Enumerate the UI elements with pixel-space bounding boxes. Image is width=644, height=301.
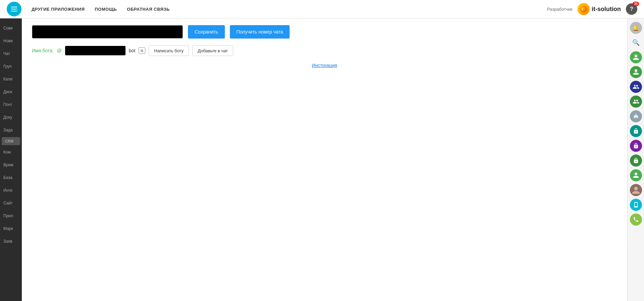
nav-menu: ДРУГИЕ ПРИЛОЖЕНИЯ ПОМОЩЬ ОБРАТНАЯ СВЯЗЬ [32, 7, 170, 12]
copy-icon[interactable]: ⧉ [139, 47, 145, 54]
sidebar-item-kale[interactable]: Кале [0, 73, 22, 85]
write-bot-button[interactable]: Написать боту [149, 45, 189, 56]
token-input[interactable] [32, 25, 183, 39]
help-button[interactable]: ? 36 [626, 3, 637, 15]
sidebar-item-vre[interactable]: Врем [0, 159, 22, 171]
developer-label: Разработчик [547, 7, 573, 12]
bot-at-symbol: @ [57, 48, 62, 53]
sidebar-item-crm[interactable]: CRM [2, 137, 20, 145]
lock-icon-purple[interactable] [630, 140, 642, 152]
get-chat-number-button[interactable]: Получить номер чата [230, 25, 290, 39]
sidebar-item-sayt[interactable]: Сайт [0, 197, 22, 209]
bot-name-value [65, 46, 126, 55]
nav-feedback[interactable]: ОБРАТНАЯ СВЯЗЬ [127, 7, 170, 12]
top-navigation: ДРУГИЕ ПРИЛОЖЕНИЯ ПОМОЩЬ ОБРАТНАЯ СВЯЗЬ … [0, 0, 644, 18]
sidebar-item-kom[interactable]: Ком [0, 146, 22, 159]
content-area: Сохранить Получить номер чата Имя бота: … [22, 18, 627, 301]
sidebar-item-zada[interactable]: Зада [0, 124, 22, 136]
bell-icon-button[interactable]: 🔔 [630, 22, 642, 34]
add-to-chat-button[interactable]: Добавьте в чат [192, 45, 233, 56]
user-avatar[interactable] [630, 184, 642, 196]
svg-point-0 [580, 6, 587, 12]
bot-name-row: Имя бота: @ bot ⧉ Написать боту Добавьте… [32, 45, 617, 56]
person-icon-1[interactable] [630, 51, 642, 63]
nav-right: Разработчик i it-solution ? 36 [547, 3, 637, 15]
sidebar-item-baza[interactable]: База [0, 171, 22, 184]
sidebar-item-int[interactable]: Инте [0, 184, 22, 197]
sidebar-item-poch[interactable]: Почт [0, 98, 22, 111]
nav-left: ДРУГИЕ ПРИЛОЖЕНИЯ ПОМОЩЬ ОБРАТНАЯ СВЯЗЬ [7, 2, 170, 16]
lock-icon-green[interactable] [630, 155, 642, 167]
group-icon-green[interactable] [630, 96, 642, 108]
save-button[interactable]: Сохранить [188, 25, 225, 39]
sidebar-item-doku[interactable]: Доку [0, 111, 22, 124]
person-icon-3[interactable] [630, 169, 642, 181]
device-icon[interactable] [630, 199, 642, 211]
sidebar-item-nove[interactable]: Нове [0, 35, 22, 47]
sidebar-item-mar[interactable]: Марк [0, 222, 22, 235]
phone-icon[interactable] [630, 214, 642, 226]
svg-text:i: i [582, 7, 583, 12]
help-icon-label: ? [630, 6, 633, 12]
nav-help[interactable]: ПОМОЩЬ [95, 7, 117, 12]
token-row: Сохранить Получить номер чата [32, 25, 617, 39]
sidebar-item-sovet[interactable]: Сове [0, 22, 22, 35]
lock-icon-teal[interactable] [630, 125, 642, 137]
notification-badge: 36 [633, 2, 639, 6]
instruction-link[interactable]: Инструкция [32, 63, 617, 68]
main-layout: Сове Нове Чат Груп Кале Диск Почт Доку З… [0, 18, 644, 301]
left-sidebar: Сове Нове Чат Груп Кале Диск Почт Доку З… [0, 18, 22, 301]
bot-name-label: Имя бота: [32, 48, 54, 53]
search-icon-button[interactable]: 🔍 [630, 37, 642, 49]
bot-icon[interactable] [630, 110, 642, 122]
bot-suffix: bot [129, 48, 135, 53]
hamburger-button[interactable] [7, 2, 21, 16]
group-icon-darkblue[interactable] [630, 81, 642, 93]
brand-logo: i it-solution [578, 3, 621, 15]
sidebar-item-disk[interactable]: Диск [0, 85, 22, 98]
sidebar-item-grup[interactable]: Груп [0, 60, 22, 73]
sidebar-item-pri[interactable]: Прил [0, 209, 22, 222]
brand-icon: i [578, 3, 590, 15]
sidebar-item-zayav[interactable]: Заяв [0, 235, 22, 248]
right-sidebar: 🔔 🔍 [627, 18, 644, 301]
sidebar-item-chat[interactable]: Чат [0, 47, 22, 60]
nav-other-apps[interactable]: ДРУГИЕ ПРИЛОЖЕНИЯ [32, 7, 85, 12]
person-icon-2[interactable] [630, 66, 642, 78]
brand-name-text: it-solution [592, 6, 621, 13]
